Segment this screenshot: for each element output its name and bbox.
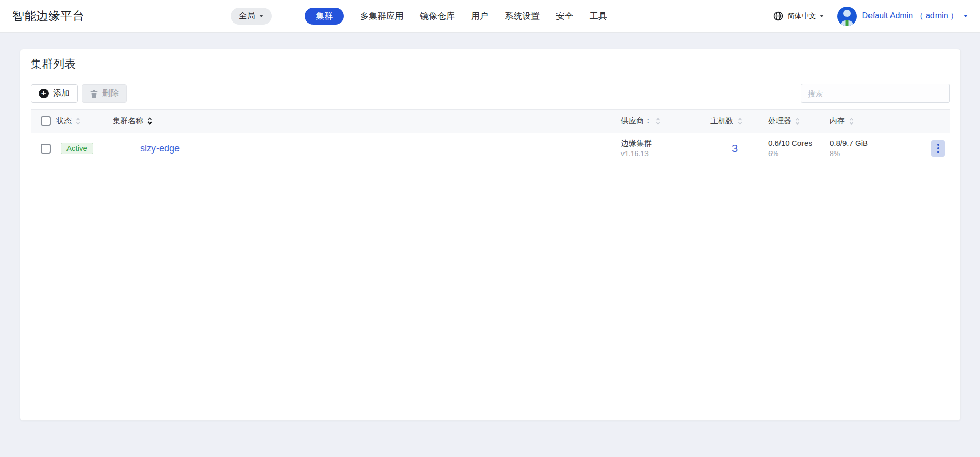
user-menu-dropdown[interactable]: Default Admin （ admin ）	[837, 7, 968, 26]
global-scope-dropdown[interactable]: 全局	[231, 8, 272, 25]
navbar-right: 简体中文 Default Admin （ admin ）	[773, 7, 968, 26]
add-button-label: 添加	[53, 88, 70, 99]
column-header-provider[interactable]: 供应商：	[621, 116, 652, 126]
column-header-memory[interactable]: 内存	[830, 116, 845, 126]
app-logo: 智能边缘平台	[12, 8, 84, 24]
nav-item-security[interactable]: 安全	[556, 10, 573, 22]
language-label: 简体中文	[787, 12, 816, 21]
status-badge: Active	[61, 143, 93, 154]
table-header-row: 状态 集群名称 供应商： 主	[31, 109, 950, 133]
kebab-menu-icon	[937, 144, 939, 146]
page-title: 集群列表	[31, 56, 76, 72]
cluster-list-card: 集群列表 添加 删除 状态	[20, 49, 961, 421]
nav-item-label: 集群	[316, 10, 333, 22]
memory-usage: 0.8/9.7 GiB	[830, 138, 915, 148]
nav-item-tools[interactable]: 工具	[590, 10, 607, 22]
add-button[interactable]: 添加	[31, 84, 78, 103]
caret-down-icon	[820, 15, 824, 17]
hosts-count-link[interactable]: 3	[710, 143, 738, 155]
caret-down-icon	[964, 15, 968, 17]
trash-icon	[90, 90, 98, 98]
nav-item-system-settings[interactable]: 系统设置	[505, 10, 540, 22]
column-header-name[interactable]: 集群名称	[113, 116, 143, 126]
memory-percent: 8%	[830, 148, 915, 159]
avatar	[837, 7, 857, 26]
language-dropdown[interactable]: 简体中文	[773, 11, 824, 21]
globe-icon	[773, 11, 783, 21]
delete-button-label: 删除	[102, 88, 119, 99]
global-scope-label: 全局	[239, 11, 255, 21]
sort-icon-active[interactable]	[147, 117, 152, 125]
top-navbar: 智能边缘平台 全局 集群 多集群应用 镜像仓库 用户 系统设置 安全 工具 简体…	[0, 0, 980, 33]
provider-name: 边缘集群	[621, 138, 710, 148]
nav-item-clusters[interactable]: 集群	[305, 8, 344, 25]
table-row: Active slzy-edge 边缘集群 v1.16.13 3 0.6/10 …	[31, 133, 950, 164]
main-navigation: 全局 集群 多集群应用 镜像仓库 用户 系统设置 安全 工具	[231, 8, 607, 25]
column-header-hosts[interactable]: 主机数	[710, 116, 733, 126]
row-actions-menu-button[interactable]	[931, 140, 945, 157]
search-input[interactable]	[801, 84, 950, 103]
caret-down-icon	[259, 15, 263, 17]
column-header-status[interactable]: 状态	[56, 116, 72, 126]
cpu-usage: 0.6/10 Cores	[768, 138, 830, 148]
cluster-table: 状态 集群名称 供应商： 主	[31, 109, 950, 164]
delete-button[interactable]: 删除	[82, 84, 127, 103]
avatar-head	[843, 10, 851, 17]
nav-item-multicluster-apps[interactable]: 多集群应用	[360, 10, 404, 22]
toolbar: 添加 删除	[31, 84, 950, 103]
sort-icon[interactable]	[738, 117, 742, 125]
sort-icon[interactable]	[795, 117, 800, 125]
nav-divider	[288, 9, 288, 23]
column-header-cpu[interactable]: 处理器	[768, 116, 791, 126]
user-name-label: Default Admin （ admin ）	[862, 11, 959, 21]
select-all-checkbox[interactable]	[41, 116, 51, 126]
provider-version: v1.16.13	[621, 148, 710, 159]
cpu-percent: 6%	[768, 148, 830, 159]
cluster-name-link[interactable]: slzy-edge	[113, 143, 180, 154]
plus-circle-icon	[39, 89, 49, 98]
card-header: 集群列表	[31, 49, 950, 79]
sort-icon[interactable]	[656, 117, 660, 125]
sort-icon[interactable]	[76, 117, 80, 125]
nav-item-image-registry[interactable]: 镜像仓库	[420, 10, 455, 22]
row-checkbox[interactable]	[41, 144, 51, 154]
sort-icon[interactable]	[849, 117, 854, 125]
nav-item-users[interactable]: 用户	[471, 10, 488, 22]
avatar-tie	[846, 20, 849, 26]
